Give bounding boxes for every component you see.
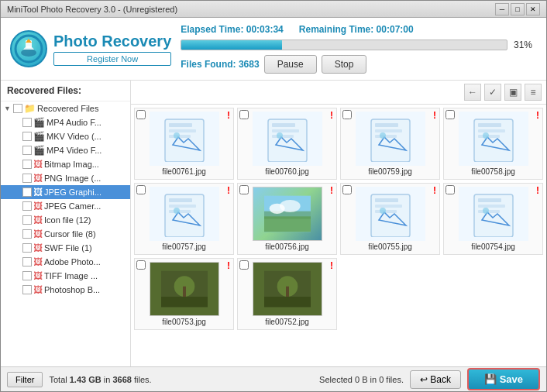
progress-bar-fill (181, 40, 282, 50)
sidebar-item-mp4-audio[interactable]: 🎬MP4 Audio F... (1, 115, 130, 129)
item-label-icon-file: Icon file (12) (44, 215, 91, 225)
checkbox-cursor-file[interactable] (22, 229, 32, 239)
photo-checkbox[interactable] (342, 185, 352, 194)
remaining-time: Remaining Time: 00:07:00 (299, 24, 414, 35)
register-button[interactable]: Register Now (53, 52, 171, 66)
stop-button[interactable]: Stop (322, 55, 367, 74)
red-mark: ! (330, 260, 333, 271)
photo-item[interactable]: ! file00759.jpg (340, 108, 440, 180)
maximize-button[interactable]: □ (511, 3, 525, 15)
photo-item[interactable]: ! file00755.jpg (340, 183, 440, 255)
item-label-bitmap: Bitmap Imag... (44, 160, 99, 169)
header-right: Elapsed Time: 00:03:34 Remaining Time: 0… (181, 24, 537, 74)
sidebar-item-cursor-file[interactable]: 🖼Cursor file (8) (1, 227, 130, 241)
back-nav-button[interactable]: ← (464, 84, 481, 101)
svg-point-44 (380, 208, 386, 214)
photo-thumbnail (459, 112, 528, 166)
back-button[interactable]: ↩ Back (410, 370, 461, 389)
minimize-button[interactable]: ─ (495, 3, 509, 15)
photo-name: file00752.jpg (265, 318, 309, 326)
red-mark: ! (433, 110, 436, 121)
svg-rect-48 (478, 210, 500, 213)
photo-item[interactable]: ! file00754.jpg (443, 183, 543, 255)
close-button[interactable]: ✕ (526, 3, 540, 15)
photo-checkbox[interactable] (136, 185, 146, 194)
photo-checkbox[interactable] (136, 110, 146, 119)
photo-item[interactable]: ! file00757.jpg (134, 183, 234, 255)
checkbox-root[interactable] (13, 104, 22, 113)
grid-view-button[interactable]: ▣ (504, 84, 521, 101)
video-icon: 🎬 (33, 131, 45, 142)
photo-item[interactable]: ! file00756.jpg (237, 183, 337, 255)
svg-point-27 (483, 132, 489, 139)
image-icon: 🖼 (33, 173, 43, 184)
checkbox-icon-file[interactable] (22, 215, 32, 225)
red-mark: ! (536, 110, 539, 121)
checkbox-mkv-video[interactable] (22, 132, 32, 141)
tree-container[interactable]: ▼📁Recovered Files 🎬MP4 Audio F... 🎬MKV V… (1, 101, 130, 366)
sidebar-item-root[interactable]: ▼📁Recovered Files (1, 101, 130, 115)
app-title: Photo Recovery (53, 33, 171, 50)
select-all-button[interactable]: ✓ (484, 84, 501, 101)
photo-item[interactable]: ! file00761.jpg (134, 108, 234, 180)
checkbox-png-image[interactable] (22, 174, 32, 183)
checkbox-adobe-photo[interactable] (22, 257, 32, 266)
photo-checkbox[interactable] (446, 185, 455, 194)
status-left: Filter Total 1.43 GB in 3668 files. (7, 372, 152, 387)
checkbox-mp4-audio[interactable] (22, 118, 32, 127)
sidebar-item-adobe-photo[interactable]: 🖼Adobe Photo... (1, 255, 130, 269)
photo-item[interactable]: ! file00753.jpg (134, 258, 234, 330)
photo-thumbnail (253, 187, 322, 241)
photo-checkbox[interactable] (136, 260, 146, 270)
checkbox-photoshop-b[interactable] (22, 285, 32, 294)
sidebar-item-tiff-image[interactable]: 🖼TIFF Image ... (1, 269, 130, 283)
photo-checkbox[interactable] (342, 110, 352, 119)
expand-arrow: ▼ (4, 105, 12, 112)
filter-button[interactable]: Filter (7, 372, 43, 387)
photo-grid[interactable]: ! file00761.jpg ! file00 (131, 105, 546, 366)
checkbox-jpeg-graphic[interactable] (22, 187, 32, 197)
photo-thumbnail (356, 112, 425, 166)
status-bar: Filter Total 1.43 GB in 3668 files. Sele… (1, 366, 546, 391)
main-content: ← ✓ ▣ ≡ ! file00761.jpg ! (131, 81, 546, 366)
save-button[interactable]: 💾 Save (467, 368, 540, 390)
photo-item[interactable]: ! file00758.jpg (443, 108, 543, 180)
status-total-text: Total 1.43 GB in 3668 files. (49, 375, 151, 384)
item-label-swf-file: SWF File (1) (44, 243, 92, 253)
video-icon: 🎬 (33, 145, 45, 156)
photo-item[interactable]: ! file00752.jpg (237, 258, 337, 330)
sidebar-item-png-image[interactable]: 🖼PNG Image (... (1, 171, 130, 185)
sidebar-item-icon-file[interactable]: 🖼Icon file (12) (1, 213, 130, 227)
sidebar-item-mp4-video[interactable]: 🎬MP4 Video F... (1, 143, 130, 157)
image-icon: 🖼 (33, 159, 43, 170)
progress-percent: 31% (514, 40, 537, 50)
photo-checkbox[interactable] (446, 110, 455, 119)
svg-rect-29 (169, 198, 192, 202)
sidebar-item-jpeg-graphic[interactable]: 🖼JPEG Graphi... (1, 185, 130, 199)
svg-rect-54 (183, 287, 186, 297)
sidebar-item-bitmap[interactable]: 🖼Bitmap Imag... (1, 157, 130, 171)
item-label-jpeg-graphic: JPEG Graphi... (44, 187, 101, 197)
checkbox-jpeg-camera[interactable] (22, 201, 32, 211)
item-label-adobe-photo: Adobe Photo... (44, 257, 101, 266)
item-label-photoshop-b: Photoshop B... (44, 285, 100, 294)
photo-item[interactable]: ! file00760.jpg (237, 108, 337, 180)
svg-rect-58 (286, 287, 289, 297)
sidebar-item-swf-file[interactable]: 🖼SWF File (1) (1, 241, 130, 255)
checkbox-swf-file[interactable] (22, 243, 32, 253)
sidebar-item-photoshop-b[interactable]: 🖼Photoshop B... (1, 283, 130, 297)
item-label-mp4-audio: MP4 Audio F... (46, 118, 101, 127)
image-icon: 🖼 (33, 229, 43, 239)
photo-checkbox[interactable] (239, 260, 249, 270)
list-view-button[interactable]: ≡ (525, 84, 542, 101)
svg-rect-19 (375, 135, 397, 138)
photo-checkbox[interactable] (239, 185, 249, 194)
checkbox-bitmap[interactable] (22, 160, 32, 169)
photo-checkbox[interactable] (239, 110, 249, 119)
sidebar-item-mkv-video[interactable]: 🎬MKV Video (... (1, 129, 130, 143)
pause-button[interactable]: Pause (264, 55, 317, 74)
checkbox-tiff-image[interactable] (22, 271, 32, 280)
sidebar-item-jpeg-camera[interactable]: 🖼JPEG Camer... (1, 199, 130, 213)
checkbox-mp4-video[interactable] (22, 146, 32, 155)
image-icon: 🖼 (33, 187, 43, 198)
